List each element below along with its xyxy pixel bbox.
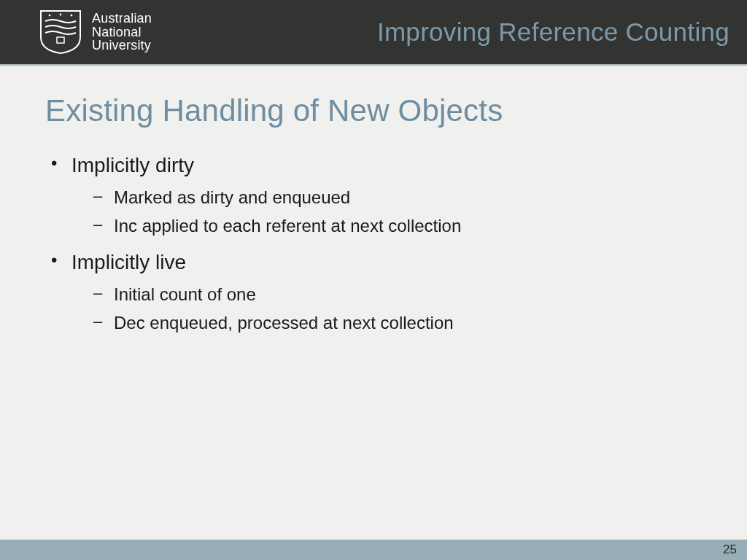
svg-point-1: [60, 14, 62, 16]
university-name-line2: National: [92, 26, 152, 39]
university-name-line3: University: [92, 39, 152, 52]
slide-body: Existing Handling of New Objects Implici…: [0, 64, 747, 335]
header-title: Improving Reference Counting: [377, 18, 729, 47]
slide: Australian National University Improving…: [0, 0, 747, 560]
sub-bullet-item: Marked as dirty and enqueued: [71, 185, 703, 210]
sub-bullet-item: Inc applied to each referent at next col…: [71, 214, 703, 238]
header-bar: Australian National University Improving…: [0, 0, 747, 64]
bullet-list: Implicitly dirty Marked as dirty and enq…: [45, 152, 703, 335]
bullet-item: Implicitly live Initial count of one Dec…: [45, 249, 703, 335]
university-name: Australian National University: [92, 12, 152, 53]
sub-bullet-list: Marked as dirty and enqueued Inc applied…: [71, 185, 703, 238]
header-rule: [0, 64, 747, 66]
slide-title: Existing Handling of New Objects: [45, 93, 703, 128]
bullet-text: Implicitly dirty: [71, 154, 194, 176]
university-name-line1: Australian: [92, 12, 152, 26]
svg-point-0: [49, 15, 51, 17]
svg-rect-3: [57, 37, 64, 43]
university-logo: Australian National University: [39, 9, 152, 55]
bullet-item: Implicitly dirty Marked as dirty and enq…: [45, 152, 703, 238]
bullet-text: Implicitly live: [71, 251, 186, 273]
crest-icon: [39, 9, 82, 55]
sub-bullet-list: Initial count of one Dec enqueued, proce…: [71, 282, 703, 335]
sub-bullet-item: Initial count of one: [71, 282, 703, 307]
footer-bar: [0, 540, 747, 560]
page-number: 25: [723, 542, 737, 557]
sub-bullet-item: Dec enqueued, processed at next collecti…: [71, 311, 703, 335]
svg-point-2: [71, 15, 73, 17]
